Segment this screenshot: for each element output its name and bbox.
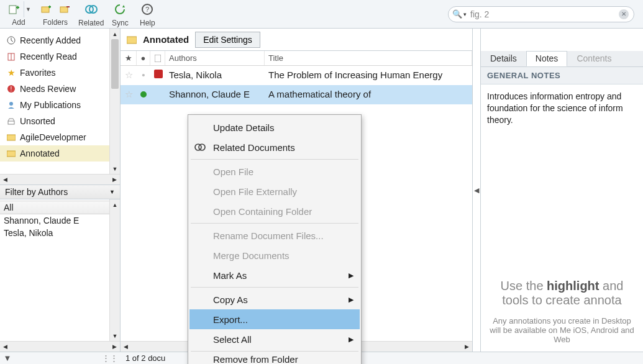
scroll-thumb[interactable] — [111, 39, 119, 89]
star-icon: ★ — [6, 68, 16, 78]
sidebar-item-favorites[interactable]: ★Favorites — [0, 65, 109, 81]
menu-item-remove-from-folder[interactable]: Remove from Folder — [189, 353, 360, 364]
author-filter-list: AllShannon, Claude ETesla, Nikola — [0, 199, 109, 341]
authors-vscroll[interactable]: ▲▼ — [109, 199, 120, 341]
sidebar-item-my-publications[interactable]: My Publications — [0, 97, 109, 113]
fold-icon — [6, 150, 16, 157]
col-favorite[interactable]: ★ — [121, 51, 137, 65]
svg-rect-17 — [155, 55, 161, 62]
tab-contents[interactable]: Contents — [567, 51, 621, 66]
toolbar-help-group: ? Help — [136, 1, 158, 27]
tray-icon — [6, 117, 16, 125]
menu-item-rename-document-files-: Rename Document Files... — [189, 225, 360, 245]
submenu-arrow-icon: ▶ — [349, 335, 353, 344]
tab-details[interactable]: Details — [481, 51, 526, 66]
main-toolbar: ▼ Add Folders Related Sync — [0, 0, 643, 29]
sidebar-item-annotated[interactable]: Annotated — [0, 145, 109, 162]
scroll-right-arrow[interactable]: ▶ — [109, 175, 120, 184]
favorite-star-icon[interactable]: ☆ — [121, 66, 137, 84]
panel-resize-handle[interactable]: ◀ — [473, 29, 480, 352]
folder-tree: Recently AddedRecently Read★Favorites!Ne… — [0, 29, 109, 174]
row-title: A mathematical theory of — [265, 85, 472, 104]
right-tabs: Details Notes Contents — [481, 51, 643, 67]
svg-rect-14 — [7, 135, 16, 140]
general-notes-text[interactable]: Introduces information entropy and found… — [481, 84, 643, 132]
help-button[interactable]: ? — [136, 1, 158, 18]
add-dropdown[interactable]: ▼ — [24, 1, 32, 17]
col-read[interactable]: ● — [137, 51, 150, 65]
related-button[interactable] — [80, 1, 103, 18]
menu-item-select-all[interactable]: Select All▶ — [189, 329, 360, 349]
menu-item-export-[interactable]: Export... — [189, 309, 360, 329]
left-sidebar: Recently AddedRecently Read★Favorites!Ne… — [0, 29, 121, 352]
sidebar-item-recently-read[interactable]: Recently Read — [0, 48, 109, 65]
scroll-down-arrow[interactable]: ▼ — [110, 163, 120, 174]
toolbar-label-folders: Folders — [43, 18, 68, 27]
search-scope-dropdown[interactable]: ▾ — [463, 11, 467, 17]
sidebar-item-needs-review[interactable]: !Needs Review — [0, 81, 109, 97]
filter-header[interactable]: Filter by Authors ▼ — [0, 184, 120, 199]
tab-notes[interactable]: Notes — [526, 51, 568, 66]
authors-hscroll[interactable]: ◀▶ — [0, 341, 120, 352]
folder-add-button[interactable] — [37, 1, 55, 17]
folder-remove-button[interactable] — [56, 1, 73, 17]
toolbar-related-group: Related — [78, 1, 104, 27]
sync-button[interactable] — [109, 1, 131, 18]
col-title[interactable]: Title — [265, 51, 472, 65]
read-dot-icon[interactable]: • — [137, 66, 150, 84]
menu-item-open-file-externally: Open File Externally — [189, 181, 360, 201]
add-button[interactable] — [5, 1, 22, 17]
toolbar-folders-group: Folders — [37, 1, 73, 27]
menu-item-related-documents[interactable]: Related Documents — [189, 137, 360, 157]
filter-toggle-icon[interactable]: ▼ — [0, 353, 15, 363]
clock-icon — [6, 36, 16, 45]
author-filter-item[interactable]: Tesla, Nikola — [0, 227, 109, 239]
menu-item-mark-as[interactable]: Mark As▶ — [189, 265, 360, 285]
author-filter-item[interactable]: All — [0, 201, 109, 214]
read-dot-icon[interactable] — [137, 85, 150, 104]
toolbar-label-sync: Sync — [112, 19, 129, 27]
search-clear-icon[interactable]: ✕ — [619, 9, 629, 19]
sidebar-item-agiledevelopmer[interactable]: AgileDevelopmer — [0, 129, 109, 145]
book-icon — [6, 52, 16, 61]
toolbar-sync-group: Sync — [109, 1, 131, 27]
svg-point-19 — [199, 144, 205, 150]
scroll-left-arrow[interactable]: ◀ — [0, 175, 11, 184]
chevron-down-icon: ▼ — [109, 189, 115, 195]
col-doc[interactable] — [150, 51, 165, 65]
column-headers: ★ ● Authors Title — [121, 51, 472, 66]
folder-indicator-icon — [127, 35, 137, 44]
sidebar-grip-icon[interactable]: ⋮⋮ — [15, 353, 121, 363]
doc-type-icon — [150, 85, 165, 104]
fold-icon — [6, 134, 16, 141]
menu-item-copy-as[interactable]: Copy As▶ — [189, 289, 360, 309]
row-title: The Problem of Increasing Human Energy — [265, 66, 472, 84]
svg-point-12 — [9, 102, 13, 106]
table-row[interactable]: ☆•Tesla, NikolaThe Problem of Increasing… — [121, 66, 472, 85]
related-icon — [194, 142, 208, 152]
submenu-arrow-icon: ▶ — [349, 296, 353, 304]
tree-vscroll[interactable]: ▲ ▼ — [109, 29, 120, 174]
sidebar-item-recently-added[interactable]: Recently Added — [0, 32, 109, 48]
toolbar-add-group: ▼ Add — [5, 1, 32, 27]
table-row[interactable]: ☆Shannon, Claude EA mathematical theory … — [121, 85, 472, 104]
row-author: Tesla, Nikola — [165, 66, 265, 84]
col-authors[interactable]: Authors — [165, 51, 265, 65]
menu-item-merge-documents: Merge Documents — [189, 245, 360, 265]
search-box: 🔍 ▾ ✕ — [448, 6, 634, 22]
tree-hscroll[interactable]: ◀ ▶ — [0, 174, 120, 184]
toolbar-label-add: Add — [12, 18, 25, 27]
current-folder-name: Annotated — [143, 34, 189, 45]
favorite-star-icon[interactable]: ☆ — [121, 85, 137, 104]
toolbar-label-related: Related — [78, 19, 104, 27]
menu-item-update-details[interactable]: Update Details — [189, 117, 360, 137]
svg-rect-13 — [8, 121, 14, 124]
search-icon: 🔍 — [452, 9, 462, 19]
edit-settings-button[interactable]: Edit Settings — [195, 32, 260, 48]
author-filter-item[interactable]: Shannon, Claude E — [0, 214, 109, 227]
search-input[interactable] — [470, 9, 619, 19]
row-author: Shannon, Claude E — [165, 85, 265, 104]
sidebar-item-unsorted[interactable]: Unsorted — [0, 113, 109, 129]
scroll-up-arrow[interactable]: ▲ — [110, 29, 120, 39]
toolbar-label-help: Help — [140, 19, 155, 27]
